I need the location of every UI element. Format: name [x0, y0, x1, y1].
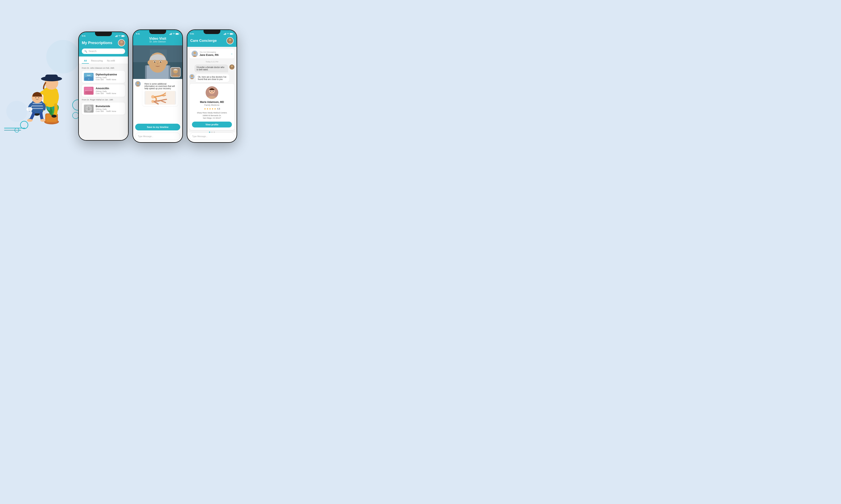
prescription-info-3: Bumetanide 500mg, Daily Cost: $30 Refill… [96, 105, 123, 112]
doctor-card-name: Marie Adamson, MD [192, 101, 232, 104]
doctor-card-specialty: Family Medicine [192, 104, 232, 106]
status-time-1: 9:41 [82, 35, 86, 37]
svg-point-101 [231, 65, 233, 67]
save-timeline-button[interactable]: Save to my timeline [135, 124, 180, 130]
user-avatar-chat [229, 65, 235, 70]
svg-rect-86 [145, 91, 175, 105]
video-subtitle: Dr. John Gleeson [136, 40, 179, 43]
status-icons-2 [170, 33, 179, 35]
status-icons-1 [115, 35, 125, 37]
tab-norefill[interactable]: No-refill [105, 58, 117, 64]
care-chat: You Are Messaging: Jane Evans, RN › Toda… [187, 47, 237, 132]
messaging-label: You Are Messaging: [200, 51, 219, 54]
battery-icon-1 [121, 35, 125, 37]
prescriptions-title: My Prescriptions [82, 41, 112, 45]
battery-icon-2 [175, 33, 179, 35]
svg-point-34 [27, 119, 33, 122]
svg-rect-63 [171, 33, 171, 35]
pill-image-2 [84, 87, 93, 95]
prescription-card-1[interactable]: beph rin Diphenhydramine 500mg, Daily Co… [82, 71, 125, 83]
med-name-2: Amoxicillin [96, 87, 123, 90]
battery-icon-3 [230, 33, 234, 35]
svg-point-40 [72, 112, 79, 119]
search-bar[interactable]: 🔍 Search [82, 49, 125, 54]
svg-point-85 [137, 82, 139, 85]
svg-point-80 [148, 60, 151, 65]
status-time-3: 9:41 [190, 33, 194, 35]
messaging-header[interactable]: You Are Messaging: Jane Evans, RN › [189, 49, 235, 59]
page-container: 9:41 [0, 0, 294, 168]
svg-point-103 [191, 75, 193, 77]
phone-notch-1 [95, 32, 112, 36]
pill-image-1: beph rin [84, 73, 93, 81]
wifi-icon-1 [118, 35, 121, 37]
svg-rect-64 [171, 33, 172, 35]
med-dosage-2: 250mg, Daily [96, 90, 123, 92]
doctor-stars: ★ ★ ★ ★ ★ 4.8 [192, 108, 232, 110]
svg-rect-29 [32, 105, 43, 106]
svg-point-79 [160, 61, 161, 62]
prescription-card-2[interactable]: Amoxicillin 250mg, Daily Cost: $30 Refil… [82, 85, 125, 97]
svg-rect-66 [179, 34, 179, 34]
chat-timestamp: Today 5:21 PM [189, 61, 235, 63]
star-rating: 4.8 [217, 108, 220, 110]
svg-rect-46 [125, 36, 125, 36]
exercise-image [144, 91, 176, 105]
illustration-svg [4, 32, 84, 137]
svg-rect-94 [233, 34, 234, 34]
signal-icon-3 [224, 33, 226, 35]
prescription-info-2: Amoxicillin 250mg, Daily Cost: $30 Refil… [96, 87, 123, 94]
chevron-right-icon: › [231, 52, 232, 55]
view-profile-button[interactable]: View profile [192, 122, 232, 127]
star-3: ★ [209, 108, 211, 110]
type-message-placeholder-3: Type Message... [192, 135, 207, 138]
phone-video-visit: 9:41 [133, 30, 183, 143]
star-2: ★ [206, 108, 209, 110]
med-cost-refill-3: Cost: $30 Refill: None [96, 110, 123, 112]
svg-rect-41 [115, 36, 116, 37]
doctor-avatar-small [135, 81, 141, 87]
svg-rect-47 [121, 35, 124, 37]
phones-container: 9:41 [78, 30, 237, 143]
star-4: ★ [211, 108, 213, 110]
messaging-info-block: You Are Messaging: Jane Evans, RN [200, 51, 219, 56]
med-cost-refill-2: Cost: $30 Refill: None [96, 92, 123, 94]
star-1: ★ [204, 108, 206, 110]
svg-point-55 [85, 90, 92, 94]
phone-prescriptions: 9:41 [78, 32, 129, 141]
svg-rect-91 [225, 33, 225, 35]
svg-point-35 [40, 119, 46, 122]
message-row-doctor: Here is some additional information on e… [135, 81, 180, 106]
svg-text:25: 25 [88, 109, 89, 110]
phone-notch-3 [204, 30, 220, 34]
svg-point-81 [165, 60, 168, 65]
type-message-bar-3[interactable]: Type Message... [189, 132, 235, 140]
svg-rect-95 [230, 33, 233, 34]
type-message-bar-2[interactable]: Type Message... [135, 132, 180, 140]
prescriptions-list: From Dr. John Gleeson on Feb. 26th beph … [79, 64, 128, 140]
wifi-icon-3 [227, 33, 229, 35]
tab-all[interactable]: All [82, 58, 89, 64]
chat-bubble-container-2: Here is some additional information on e… [133, 79, 182, 124]
patient-thumbnail [171, 67, 181, 77]
svg-rect-90 [224, 34, 225, 35]
svg-rect-44 [117, 35, 118, 37]
svg-rect-43 [117, 35, 117, 37]
med-dosage-3: 500mg, Daily [96, 108, 123, 110]
prescription-card-3[interactable]: 5 25 Bumetanide 500mg, Daily Cost: $30 [82, 103, 125, 115]
title-row-1: My Prescriptions [82, 39, 125, 47]
section-label-1: From Dr. John Gleeson on Feb. 26th [82, 67, 125, 69]
svg-rect-15 [43, 88, 58, 105]
video-title: Video Visit [136, 37, 179, 40]
filter-tabs: All Reoccuring No-refill [79, 56, 128, 64]
nurse-name: Jane Evans, RN [200, 54, 219, 56]
svg-point-78 [154, 61, 155, 62]
nurse-message-row: Ok, here are a few doctors I've found th… [189, 74, 235, 82]
illustration-area [0, 0, 88, 168]
svg-text:rin: rin [88, 78, 89, 79]
tab-reoccuring[interactable]: Reoccuring [89, 58, 105, 64]
doctor-card: Marie Adamson, MD Family Medicine ★ ★ ★ … [189, 84, 235, 130]
nurse-avatar-chat [189, 74, 194, 79]
user-avatar-1[interactable] [118, 39, 125, 47]
user-avatar-3[interactable] [226, 37, 234, 44]
